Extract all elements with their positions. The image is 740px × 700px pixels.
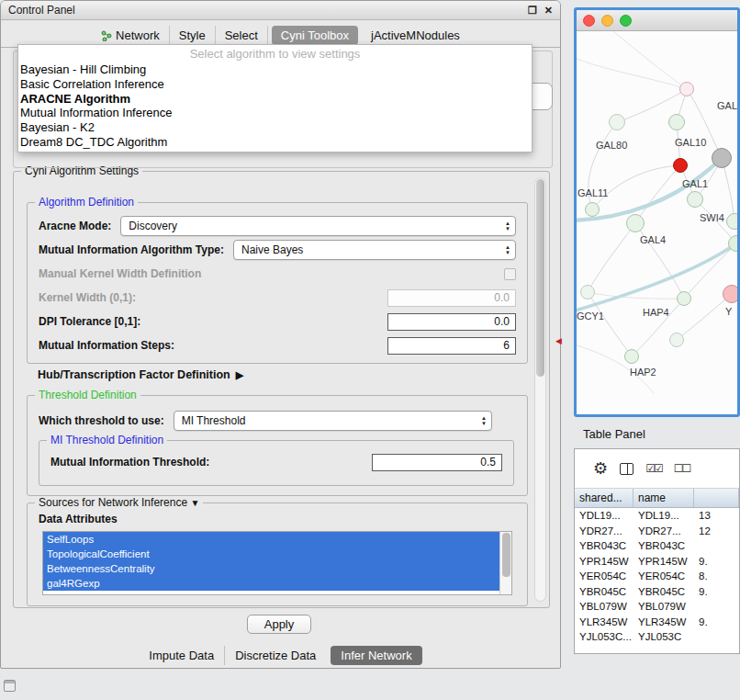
network-node[interactable]	[687, 191, 703, 208]
list-scrollbar[interactable]	[499, 532, 511, 594]
dpi-tolerance-input[interactable]: 0.0	[387, 313, 516, 331]
table-row[interactable]: YLR345WYLR345W9.	[575, 615, 739, 630]
algorithm-option[interactable]: Bayesian - K2	[18, 120, 532, 135]
mi-steps-input[interactable]: 6	[387, 337, 516, 355]
network-window-titlebar[interactable]	[577, 10, 737, 31]
aracne-mode-select[interactable]: Discovery ▲▼	[120, 216, 516, 236]
hub-definition-toggle[interactable]: Hub/Transcription Factor Definition ▶	[38, 368, 243, 381]
apply-button[interactable]: Apply	[247, 615, 311, 634]
float-window-icon[interactable]: ❐	[528, 6, 537, 16]
algorithm-placeholder: Select algorithm to view settings	[18, 47, 532, 62]
table-cell: YPR145W	[633, 554, 694, 570]
settings-scrollbar[interactable]	[534, 177, 546, 602]
algorithm-option-selected[interactable]: ARACNE Algorithm	[18, 92, 532, 107]
tab-label: Cyni Toolbox	[281, 28, 349, 42]
network-node[interactable]	[609, 114, 625, 130]
splitter-collapse-icon[interactable]: ◀	[555, 336, 562, 345]
network-node[interactable]	[669, 333, 684, 347]
tab-jactivemnodules[interactable]: jActiveMNodules	[362, 26, 469, 45]
data-attributes-list[interactable]: SelfLoops TopologicalCoefficient Between…	[42, 531, 512, 595]
network-node[interactable]	[585, 202, 600, 217]
network-node[interactable]	[673, 158, 688, 173]
network-node[interactable]	[624, 349, 639, 364]
close-window-icon[interactable]: ✕	[544, 6, 553, 16]
table-row[interactable]: YDL19...YDL19...13	[575, 508, 739, 524]
network-node[interactable]	[712, 148, 732, 168]
table-row[interactable]: YJL053C...YJL053C	[575, 629, 739, 645]
sources-group: Sources for Network Inference ▼ Data Att…	[27, 502, 528, 606]
node-label: GAL4	[640, 234, 666, 245]
which-threshold-select[interactable]: MI Threshold ▲▼	[174, 411, 492, 431]
table-cell: YBR045C	[633, 584, 694, 600]
algorithm-option[interactable]: Mutual Information Inference	[18, 106, 532, 120]
attribute-item[interactable]: SelfLoops	[43, 532, 499, 547]
mi-threshold-input[interactable]: 0.5	[372, 454, 502, 471]
attribute-item[interactable]: gal4RGexp	[43, 576, 499, 591]
hub-definition-label: Hub/Transcription Factor Definition	[38, 368, 230, 381]
network-node[interactable]	[580, 285, 595, 299]
deselect-all-icon[interactable]: ☐☐	[674, 462, 690, 476]
table-cell: YER054C	[575, 569, 633, 584]
node-label: GAL1	[682, 178, 708, 189]
node-label: HAP2	[630, 367, 656, 378]
close-traffic-light[interactable]	[583, 15, 595, 27]
tab-cyni-toolbox[interactable]: Cyni Toolbox	[272, 26, 358, 45]
select-all-icon[interactable]: ☑☑	[645, 462, 662, 476]
table-row[interactable]: YER054CYER054C8.	[575, 569, 739, 584]
network-node[interactable]	[626, 214, 645, 232]
gear-icon[interactable]: ⚙	[593, 462, 608, 476]
node-label: SWI4	[700, 212, 724, 223]
table-row[interactable]: YBL079WYBL079W	[575, 599, 739, 615]
column-header[interactable]: name	[633, 489, 694, 507]
table-row[interactable]: YBR045CYBR045C9.	[575, 584, 739, 600]
table-row[interactable]: YDR27...YDR27...12	[575, 524, 739, 539]
network-node[interactable]	[723, 285, 740, 303]
network-node[interactable]	[677, 291, 691, 306]
panel-dock-icon[interactable]	[4, 680, 16, 692]
algorithm-option[interactable]: Bayesian - Hill Climbing	[18, 62, 532, 77]
minimize-traffic-light[interactable]	[601, 15, 613, 27]
show-columns-icon[interactable]	[620, 463, 633, 475]
attribute-item[interactable]: BetweennessCentrality	[43, 561, 499, 576]
tab-style[interactable]: Style	[170, 26, 216, 45]
kernel-width-input[interactable]: 0.0	[387, 289, 516, 307]
node-label: Y	[725, 306, 732, 317]
network-node[interactable]	[726, 213, 740, 230]
column-header[interactable]: shared...	[575, 489, 633, 507]
table-cell: YBL079W	[633, 599, 694, 615]
collapsed-arrow-icon: ▶	[236, 369, 243, 381]
algorithm-definition-group: Algorithm Definition Aracne Mode: Discov…	[27, 202, 528, 364]
algorithm-option[interactable]: Basic Correlation Inference	[18, 77, 532, 92]
table-row[interactable]: YBR043CYBR043C	[575, 538, 739, 554]
table-cell	[694, 538, 739, 554]
stepper-icon: ▲▼	[505, 217, 510, 235]
cyni-algorithm-settings-group: Cyni Algorithm Settings Algorithm Defini…	[13, 171, 550, 608]
network-node[interactable]	[679, 82, 694, 96]
data-attributes-label: Data Attributes	[39, 513, 118, 525]
column-header[interactable]	[694, 489, 739, 507]
tab-select[interactable]: Select	[216, 26, 268, 45]
network-node[interactable]	[728, 235, 740, 252]
sources-group-title[interactable]: Sources for Network Inference ▼	[35, 496, 203, 509]
network-canvas[interactable]: GALGAL80GAL10GAL11GAL1SWI4GAL4GCY1HAP4YH…	[577, 31, 737, 393]
table-cell: 9.	[694, 554, 739, 570]
zoom-traffic-light[interactable]	[620, 15, 632, 27]
tab-discretize-data[interactable]: Discretize Data	[225, 646, 326, 665]
scrollbar-thumb[interactable]	[536, 179, 544, 377]
mi-type-select[interactable]: Naive Bayes ▲▼	[233, 240, 516, 260]
table-cell: YLR345W	[575, 615, 633, 630]
tab-network[interactable]: Network	[92, 26, 170, 45]
scrollbar-thumb[interactable]	[502, 533, 510, 577]
algorithm-option[interactable]: Dream8 DC_TDC Algorithm	[18, 135, 532, 150]
tab-infer-network[interactable]: Infer Network	[331, 646, 421, 665]
manual-kernel-checkbox[interactable]	[504, 268, 516, 280]
tab-label: Network	[116, 28, 160, 42]
table-cell: YBR043C	[633, 538, 694, 554]
table-row[interactable]: YPR145WYPR145W9.	[575, 554, 739, 570]
attribute-item[interactable]: TopologicalCoefficient	[43, 547, 499, 561]
stepper-icon: ▲▼	[481, 412, 487, 430]
tab-impute-data[interactable]: Impute Data	[139, 646, 225, 665]
network-node[interactable]	[668, 114, 685, 130]
table-cell	[694, 599, 739, 615]
table-cell: YLR345W	[633, 615, 694, 630]
